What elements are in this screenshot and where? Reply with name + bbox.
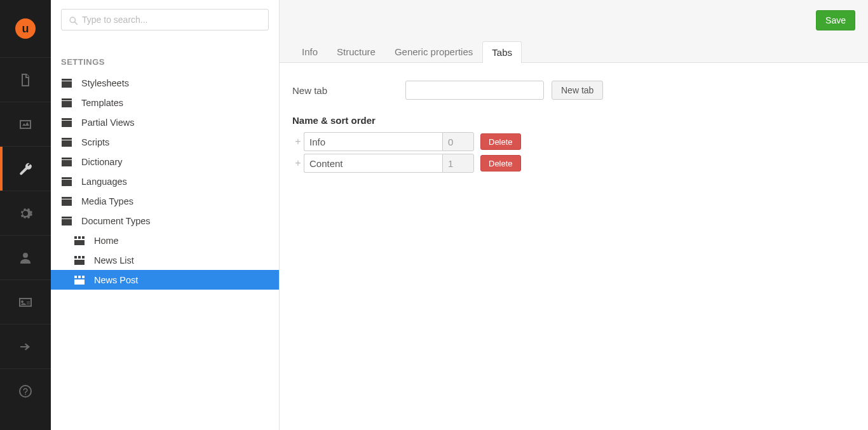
rail-members[interactable] xyxy=(0,279,51,324)
svg-rect-20 xyxy=(74,256,77,259)
rail-help[interactable] xyxy=(0,368,51,413)
tree-node-languages[interactable]: Languages xyxy=(51,171,279,191)
tree-panel: SETTINGS Stylesheets Templates Partial V… xyxy=(51,0,280,430)
tree-label: Templates xyxy=(81,98,123,108)
editor-tabs: Info Structure Generic properties Tabs xyxy=(292,41,522,62)
svg-rect-1 xyxy=(62,81,72,88)
tree-node-dictionary[interactable]: Dictionary xyxy=(51,152,279,171)
tree-node-scripts[interactable]: Scripts xyxy=(51,132,279,152)
svg-rect-16 xyxy=(74,236,77,239)
new-tab-label: New tab xyxy=(292,85,405,96)
search-icon xyxy=(67,15,80,27)
rail-forms[interactable] xyxy=(0,324,51,368)
tree-child-news-list[interactable]: News List xyxy=(51,250,279,270)
svg-rect-17 xyxy=(78,236,81,239)
help-icon xyxy=(18,384,33,399)
drag-handle-icon[interactable]: + xyxy=(292,158,304,169)
new-tab-input[interactable] xyxy=(405,81,544,100)
tree-child-news-post[interactable]: News Post xyxy=(51,270,279,290)
new-tab-row: New tab New tab xyxy=(292,81,855,100)
tree-node-document-types[interactable]: Document Types xyxy=(51,211,279,231)
svg-rect-5 xyxy=(62,121,72,127)
folder-icon xyxy=(61,177,72,186)
tab-order-input-0[interactable] xyxy=(442,132,474,151)
tree-label: Dictionary xyxy=(81,157,122,167)
svg-rect-27 xyxy=(74,279,85,285)
svg-rect-7 xyxy=(62,140,72,147)
svg-rect-8 xyxy=(62,158,72,159)
id-card-icon xyxy=(18,295,33,310)
svg-rect-12 xyxy=(62,197,72,199)
tree-node-templates[interactable]: Templates xyxy=(51,93,279,112)
tree-label: Partial Views xyxy=(81,118,135,128)
tree-section-label: SETTINGS xyxy=(51,39,279,73)
tab-row-1: + Delete xyxy=(292,154,855,173)
tree-child-home[interactable]: Home xyxy=(51,231,279,250)
svg-rect-13 xyxy=(62,199,72,206)
main-header: Save Info Structure Generic properties T… xyxy=(280,0,868,63)
folder-icon xyxy=(61,158,72,166)
svg-rect-3 xyxy=(62,101,72,107)
tree-label: Document Types xyxy=(81,216,151,226)
image-icon xyxy=(18,117,33,132)
tree-list: Stylesheets Templates Partial Views Scri… xyxy=(51,73,279,290)
folder-icon xyxy=(61,98,72,107)
doctype-icon xyxy=(74,236,85,245)
tree-label: News Post xyxy=(94,275,138,285)
svg-rect-23 xyxy=(74,260,85,265)
new-tab-button[interactable]: New tab xyxy=(552,81,603,100)
svg-rect-9 xyxy=(62,160,72,166)
rail-settings[interactable] xyxy=(0,146,51,191)
save-button[interactable]: Save xyxy=(816,10,855,30)
tree-label: Home xyxy=(94,236,119,246)
main-body: New tab New tab Name & sort order + Dele… xyxy=(280,63,868,193)
tree-label: News List xyxy=(94,255,134,265)
search-input[interactable] xyxy=(61,9,269,30)
arrow-right-icon xyxy=(18,339,33,354)
folder-icon xyxy=(61,118,72,127)
doctype-icon xyxy=(74,276,85,285)
tree-label: Scripts xyxy=(81,137,109,147)
logo-letter: u xyxy=(22,22,29,36)
svg-rect-6 xyxy=(62,138,72,140)
svg-rect-25 xyxy=(78,276,81,278)
tree-node-stylesheets[interactable]: Stylesheets xyxy=(51,73,279,93)
app-logo[interactable]: u xyxy=(0,0,51,57)
name-sort-label: Name & sort order xyxy=(292,115,855,126)
tree-node-partial-views[interactable]: Partial Views xyxy=(51,112,279,132)
tab-order-input-1[interactable] xyxy=(442,154,474,173)
wrench-icon xyxy=(18,161,33,177)
app-rail: u xyxy=(0,0,51,430)
rail-content[interactable] xyxy=(0,57,51,102)
document-icon xyxy=(18,72,33,88)
rail-media[interactable] xyxy=(0,102,51,146)
tab-info[interactable]: Info xyxy=(292,41,327,62)
tree-label: Media Types xyxy=(81,196,133,206)
tree-node-media-types[interactable]: Media Types xyxy=(51,191,279,211)
svg-rect-10 xyxy=(62,177,72,179)
logo-circle: u xyxy=(15,18,36,39)
tab-generic-properties[interactable]: Generic properties xyxy=(385,41,482,62)
svg-rect-18 xyxy=(82,236,85,239)
tree-search xyxy=(51,0,279,39)
folder-icon xyxy=(61,138,72,147)
tree-label: Stylesheets xyxy=(81,78,129,88)
tab-name-input-0[interactable] xyxy=(304,132,442,151)
svg-rect-26 xyxy=(82,276,85,278)
tab-name-input-1[interactable] xyxy=(304,154,442,173)
folder-icon xyxy=(61,79,72,88)
delete-button-0[interactable]: Delete xyxy=(480,133,521,150)
svg-rect-2 xyxy=(62,98,72,100)
rail-developer[interactable] xyxy=(0,191,51,235)
folder-icon xyxy=(61,197,72,206)
tab-structure[interactable]: Structure xyxy=(327,41,385,62)
gear-icon xyxy=(18,206,33,221)
svg-rect-22 xyxy=(82,256,85,259)
tab-tabs[interactable]: Tabs xyxy=(482,41,522,63)
svg-rect-0 xyxy=(62,79,72,81)
svg-rect-24 xyxy=(74,276,77,278)
doctype-icon xyxy=(74,256,85,265)
delete-button-1[interactable]: Delete xyxy=(480,155,521,171)
rail-users[interactable] xyxy=(0,235,51,279)
drag-handle-icon[interactable]: + xyxy=(292,136,304,147)
